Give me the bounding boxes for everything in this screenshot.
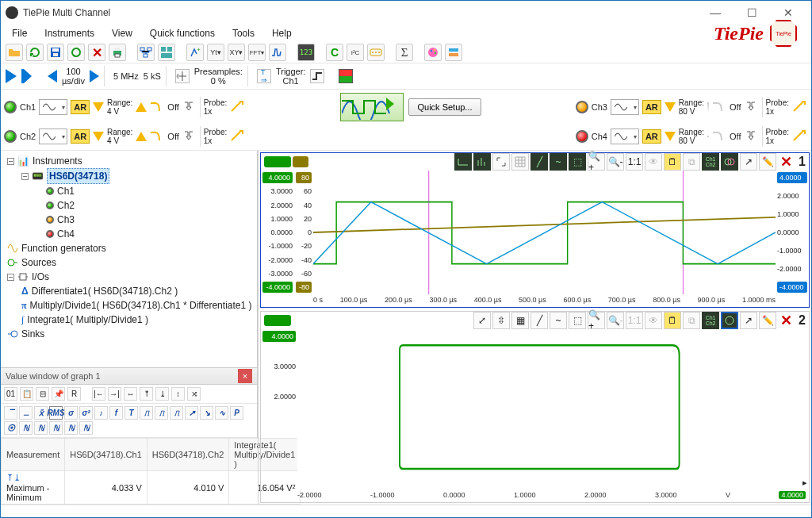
m-duty[interactable]: ⎍ <box>140 406 153 420</box>
ch4-range[interactable]: Range:80 V <box>679 128 704 145</box>
g2-i2-icon[interactable]: ~ <box>550 312 567 329</box>
tree-io-diff[interactable]: Differentiate1( HS6D(34718).Ch2 ) <box>32 284 178 298</box>
g2-erase-icon[interactable]: ✏️ <box>759 312 776 329</box>
tree-sinks[interactable]: Sinks <box>21 327 44 341</box>
g2-grid-icon[interactable]: ▦ <box>511 312 529 329</box>
ch4-probe[interactable]: Probe:1x <box>766 128 789 145</box>
vt-a6-icon[interactable]: ↕ <box>171 387 185 401</box>
g1-export-icon[interactable]: ↗ <box>740 153 757 171</box>
g1-zoom11-icon[interactable]: 1:1 <box>626 153 643 171</box>
run-button[interactable] <box>6 69 17 83</box>
expand-icon[interactable]: – <box>7 274 14 281</box>
g2-note-icon[interactable]: 🗒 <box>664 312 681 329</box>
ch3-gnd-icon[interactable] <box>745 100 759 114</box>
g1-mode-time-icon[interactable] <box>454 153 472 171</box>
ch2-probe-icon[interactable] <box>230 129 246 144</box>
ch4-led-icon[interactable] <box>576 130 588 143</box>
m-n4[interactable]: ℕ <box>64 421 78 435</box>
g1-interp3-icon[interactable]: ⬚ <box>569 153 586 171</box>
ch3-probe-icon[interactable] <box>792 100 808 114</box>
g1-note-icon[interactable]: 🗒 <box>664 153 681 171</box>
save-icon[interactable] <box>47 44 64 61</box>
ch4-filter-icon[interactable] <box>712 130 726 143</box>
g2-i3-icon[interactable]: ⬚ <box>569 312 586 329</box>
ch1-probe-icon[interactable] <box>230 100 246 114</box>
cursor-plus-icon[interactable]: + <box>186 44 204 61</box>
layout-icon[interactable] <box>158 44 175 61</box>
timebase-faster-button[interactable] <box>90 70 99 82</box>
g2-eye-icon[interactable]: 👁 <box>645 312 662 329</box>
g1-zoomin-icon[interactable]: 🔍+ <box>588 153 605 171</box>
g1-eye-icon[interactable]: 👁 <box>645 153 662 171</box>
quick-setup-button[interactable]: Quick Setup... <box>408 98 481 116</box>
m-sigma[interactable]: σ <box>64 406 78 420</box>
g2-link-icon[interactable]: ⧉ <box>683 312 700 329</box>
palette-icon[interactable] <box>424 44 442 61</box>
g1-plot[interactable] <box>313 171 776 294</box>
value-window-close-button[interactable]: × <box>238 369 252 383</box>
m-rms[interactable]: RMS <box>49 406 63 420</box>
ch1-probe[interactable]: Probe:1x <box>204 98 227 116</box>
g1-interp1-icon[interactable]: ╱ <box>530 153 548 171</box>
g2-i1-icon[interactable]: ╱ <box>530 312 548 329</box>
g1-link-icon[interactable]: ⧉ <box>683 153 700 171</box>
sample-rate[interactable]: 5 MHz <box>113 71 139 81</box>
vt-a4-icon[interactable]: ⤒ <box>140 387 153 401</box>
timebase-slower-button[interactable] <box>48 70 57 82</box>
vt-clip-icon[interactable]: 📋 <box>20 387 33 401</box>
g2-src1-icon[interactable] <box>264 315 291 326</box>
m-n3[interactable]: ℕ <box>49 421 63 435</box>
trigger-led-icon[interactable] <box>339 69 353 83</box>
vt-pin-icon[interactable]: 📌 <box>52 387 65 401</box>
timebase-value[interactable]: 100µs/div <box>62 67 85 86</box>
ch2-range[interactable]: Range:4 V <box>107 128 132 145</box>
m-f[interactable]: f <box>109 406 123 420</box>
xy-icon[interactable]: XY▾ <box>228 44 245 61</box>
g1-interp2-icon[interactable]: ~ <box>550 153 567 171</box>
ch4-off[interactable]: Off <box>730 132 741 141</box>
trigger-edge-icon[interactable] <box>310 69 324 83</box>
g1-xy-icon[interactable] <box>721 153 738 171</box>
m-mean[interactable]: x̄ <box>34 406 48 420</box>
g1-src1-icon[interactable] <box>264 156 291 167</box>
m-top[interactable]: ⎺ <box>4 406 17 420</box>
ch2-autorange[interactable]: AR <box>71 129 90 144</box>
tree-io-int[interactable]: Integrate1( Multiply/Divide1 ) <box>27 313 148 327</box>
menu-view[interactable]: View <box>109 26 136 40</box>
ch3-off[interactable]: Off <box>730 102 741 112</box>
record-length[interactable]: 5 kS <box>144 71 161 81</box>
g2-export-icon[interactable]: ↗ <box>740 312 757 329</box>
ch2-gnd-icon[interactable] <box>182 129 197 144</box>
ch2-led-icon[interactable] <box>4 130 17 143</box>
g2-zin-icon[interactable]: 🔍+ <box>588 312 605 329</box>
g2-remove-button[interactable]: ✕ <box>778 312 794 329</box>
refresh-icon[interactable] <box>67 44 85 61</box>
vt-a1-icon[interactable]: |← <box>92 387 105 401</box>
ch3-led-icon[interactable] <box>576 101 588 113</box>
ch3-range-down-icon[interactable] <box>665 102 676 112</box>
ch4-coupling[interactable] <box>611 129 639 144</box>
sigma-icon[interactable]: Σ <box>396 44 413 61</box>
print-icon[interactable] <box>109 44 126 61</box>
m-n5[interactable]: ℕ <box>79 421 93 435</box>
tree-ch4[interactable]: Ch4 <box>57 227 75 241</box>
g2-xaxis[interactable]: -2.0000-1.00000.0000 1.00002.00003.0000 … <box>261 489 809 502</box>
g1-remove-button[interactable]: ✕ <box>778 153 794 171</box>
tree-ch1[interactable]: Ch1 <box>57 184 75 198</box>
g2-zout-icon[interactable]: 🔍- <box>607 312 624 329</box>
menu-tools[interactable]: Tools <box>229 26 258 40</box>
g2-yaxis[interactable]: 4.0000 3.0000 2.0000 <box>261 329 297 489</box>
table-row[interactable]: ⤒⤓ Maximum - Minimum 4.033 V 4.010 V 16.… <box>2 471 301 505</box>
fft-icon[interactable]: FFT▾ <box>248 44 266 61</box>
m-fall[interactable]: ↘ <box>200 406 213 420</box>
m-freq[interactable]: ♪ <box>94 406 108 420</box>
ch2-coupling[interactable] <box>39 129 67 144</box>
vt-a7-icon[interactable]: ⤨ <box>187 387 201 401</box>
m-n1[interactable]: ℕ <box>19 421 33 435</box>
ch4-gnd-icon[interactable] <box>745 129 759 144</box>
ch4-range-up-icon[interactable] <box>707 136 709 137</box>
g2-plot[interactable]: ▸ <box>297 329 809 489</box>
ch1-off[interactable]: Off <box>167 102 178 112</box>
tree-icon[interactable] <box>137 44 155 61</box>
ch3-filter-icon[interactable] <box>712 101 726 113</box>
